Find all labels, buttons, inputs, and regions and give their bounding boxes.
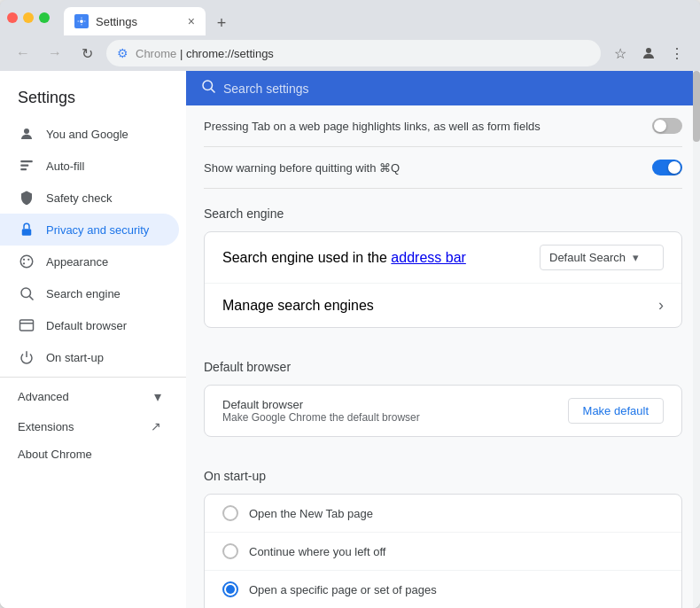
minimize-button[interactable] [23,12,34,23]
url-lock-icon: ⚙ [117,46,128,60]
radio-new-tab-label: Open the New Tab page [249,507,373,520]
toggle-quit-thumb [668,161,681,174]
address-bar-link[interactable]: address bar [391,250,466,265]
search-engine-selected: Default Search [549,251,626,264]
sidebar-item-startup[interactable]: On start-up [0,341,179,373]
default-browser-card: Default browser Make Google Chrome the d… [204,385,682,437]
on-startup-card: Open the New Tab page Continue where you… [204,494,682,608]
svg-rect-5 [20,168,27,170]
sidebar-item-browser[interactable]: Default browser [0,309,179,341]
toggle-tab-thumb [654,120,666,132]
sidebar-label-autofill: Auto-fill [46,160,84,173]
lock-icon [18,221,35,238]
sidebar-item-safety[interactable]: Safety check [0,182,179,214]
search-engine-card: Search engine used in the address bar De… [204,231,682,328]
sidebar-advanced[interactable]: Advanced ▾ [0,381,179,412]
content-area: Pressing Tab on a web page highlights li… [186,71,700,608]
menu-icon[interactable]: ⋮ [665,41,689,66]
extensions-label: Extensions [18,420,74,433]
sidebar-extensions[interactable]: Extensions ↗ [0,412,179,440]
toggle-row-tab: Pressing Tab on a web page highlights li… [204,105,682,147]
search-icon [18,285,35,302]
content-inner: Pressing Tab on a web page highlights li… [186,105,700,608]
tab-title: Settings [96,15,137,28]
toggle-tab-switch[interactable] [652,118,682,134]
sidebar-item-privacy[interactable]: Privacy and security [0,214,179,246]
svg-point-1 [646,48,651,53]
svg-rect-6 [22,229,32,236]
search-engine-label: Search engine used in the address bar [222,250,533,266]
chevron-down-icon: ▾ [154,388,161,405]
sidebar-label-safety: Safety check [46,191,112,205]
sidebar-label-browser: Default browser [46,319,127,332]
tabs-area: Settings × + [64,0,693,35]
svg-rect-3 [20,160,33,162]
palette-icon [18,253,35,270]
profile-icon[interactable] [636,41,661,66]
main-area: Settings You and Google Auto-fill Safety… [0,71,700,608]
url-text: Chrome | chrome://settings [136,47,590,60]
settings-tab-icon [74,14,89,28]
maximize-button[interactable] [39,12,50,23]
toggle-row-quit: Show warning before quitting with ⌘Q [204,147,682,189]
url-chrome-part: Chrome [136,47,176,60]
title-bar: Settings × + [0,0,700,35]
sidebar-item-appearance[interactable]: Appearance [0,246,179,277]
search-engine-select[interactable]: Default Search ▾ [540,245,664,270]
svg-point-11 [21,288,31,298]
advanced-label: Advanced [18,390,69,403]
tab-close-button[interactable]: × [188,14,195,28]
forward-button[interactable]: → [43,41,67,66]
radio-continue-label: Continue where you left off [249,545,385,558]
svg-point-7 [20,255,33,268]
scrollbar-track [693,71,700,608]
sidebar-label-you-google: You and Google [46,128,128,141]
svg-point-15 [203,81,213,90]
autofill-icon [18,157,35,175]
sidebar-label-privacy: Privacy and security [46,223,149,237]
search-engine-header: Search engine [204,189,682,231]
toggle-quit-switch[interactable] [652,160,682,175]
search-settings-input[interactable] [223,82,686,96]
url-path: chrome://settings [186,47,274,60]
sidebar-label-appearance: Appearance [46,255,108,269]
sidebar-item-autofill[interactable]: Auto-fill [0,150,179,182]
new-tab-button[interactable]: + [209,11,234,35]
select-chevron-icon: ▾ [633,251,639,264]
manage-search-chevron-icon: › [658,296,664,315]
back-button[interactable]: ← [11,41,35,66]
sidebar-item-search[interactable]: Search engine [0,277,179,309]
svg-line-12 [29,296,33,300]
svg-point-10 [23,262,25,264]
close-button[interactable] [7,12,18,23]
bookmark-icon[interactable]: ☆ [608,41,633,66]
radio-specific-label: Open a specific page or set of pages [249,583,437,596]
url-separator: | [180,47,186,60]
svg-point-2 [24,129,29,134]
toggle-tab-label: Pressing Tab on a web page highlights li… [204,120,541,133]
toolbar-icons: ☆ ⋮ [608,41,689,66]
settings-tab[interactable]: Settings × [64,7,206,35]
manage-search-row[interactable]: Manage search engines › [205,284,681,327]
radio-continue-input[interactable] [222,543,238,559]
default-browser-sublabel: Make Google Chrome the default browser [222,411,561,424]
browser-icon [18,316,35,334]
refresh-button[interactable]: ↻ [74,41,99,66]
make-default-button[interactable]: Make default [568,398,664,424]
sidebar-item-you-google[interactable]: You and Google [0,118,179,150]
search-settings-bar [186,71,700,105]
on-startup-header: On start-up [204,451,682,494]
radio-new-tab-input[interactable] [222,505,238,521]
sidebar-about[interactable]: About Chrome [0,440,179,468]
sidebar-title: Settings [0,78,186,118]
radio-continue[interactable]: Continue where you left off [205,533,681,571]
url-bar[interactable]: ⚙ Chrome | chrome://settings [106,40,601,66]
svg-rect-4 [20,165,28,167]
manage-search-label: Manage search engines [222,298,651,314]
radio-new-tab[interactable]: Open the New Tab page [205,495,681,533]
radio-specific-input[interactable] [222,581,238,597]
radio-specific[interactable]: Open a specific page or set of pages [205,571,681,608]
scrollbar-thumb[interactable] [693,71,700,142]
address-bar: ← → ↻ ⚙ Chrome | chrome://settings ☆ ⋮ [0,35,700,71]
sidebar-divider [0,377,186,378]
